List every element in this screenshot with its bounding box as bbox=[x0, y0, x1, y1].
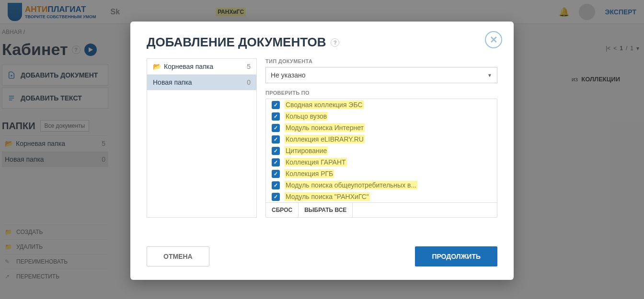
folder-label: Корневая папка bbox=[164, 63, 213, 70]
check-label: Модуль поиска "РАНХиГС" bbox=[285, 192, 370, 201]
check-label: Коллекция ГАРАНТ bbox=[285, 158, 347, 166]
modal-title: ДОБАВЛЕНИЕ ДОКУМЕНТОВ bbox=[147, 35, 326, 50]
cancel-button[interactable]: ОТМЕНА bbox=[147, 246, 209, 266]
checkbox-checked-icon[interactable]: ✓ bbox=[272, 181, 280, 189]
doctype-label: ТИП ДОКУМЕНТА bbox=[265, 58, 497, 64]
check-item[interactable]: ✓Коллекция eLIBRARY.RU bbox=[266, 133, 497, 145]
check-item[interactable]: ✓Цитирование bbox=[266, 145, 497, 156]
checkbox-checked-icon[interactable]: ✓ bbox=[272, 135, 280, 144]
doctype-value: Не указано bbox=[271, 71, 306, 79]
checklist: ✓Сводная коллекция ЭБС✓Кольцо вузов✓Моду… bbox=[265, 99, 497, 218]
reset-button[interactable]: СБРОС bbox=[266, 203, 299, 217]
check-label: Кольцо вузов bbox=[285, 112, 328, 121]
checkbox-checked-icon[interactable]: ✓ bbox=[272, 101, 280, 109]
checkby-label: ПРОВЕРИТЬ ПО bbox=[265, 90, 497, 96]
folder-icon: 📂 bbox=[153, 63, 161, 70]
folder-label: Новая папка bbox=[153, 78, 192, 86]
modal-folder-row[interactable]: Новая папка0 bbox=[147, 75, 256, 90]
check-item[interactable]: ✓Коллекция РГБ bbox=[266, 168, 497, 179]
checkbox-checked-icon[interactable]: ✓ bbox=[272, 158, 280, 166]
check-label: Модуль поиска Интернет bbox=[285, 123, 365, 132]
check-item[interactable]: ✓Модуль поиска общеупотребительных в... bbox=[266, 179, 497, 191]
modal-folder-list: 📂Корневая папка5Новая папка0 bbox=[147, 58, 257, 218]
checkbox-checked-icon[interactable]: ✓ bbox=[272, 112, 280, 121]
add-documents-modal: ✕ ДОБАВЛЕНИЕ ДОКУМЕНТОВ? 📂Корневая папка… bbox=[130, 22, 514, 280]
check-label: Коллекция РГБ bbox=[285, 169, 334, 178]
checkbox-checked-icon[interactable]: ✓ bbox=[272, 170, 280, 178]
close-icon[interactable]: ✕ bbox=[485, 31, 502, 48]
check-label: Сводная коллекция ЭБС bbox=[285, 100, 364, 109]
check-item[interactable]: ✓Коллекция ГАРАНТ bbox=[266, 156, 497, 168]
check-label: Модуль поиска общеупотребительных в... bbox=[285, 181, 417, 189]
check-item[interactable]: ✓Сводная коллекция ЭБС bbox=[266, 99, 497, 111]
continue-button[interactable]: ПРОДОЛЖИТЬ bbox=[415, 246, 497, 266]
check-item[interactable]: ✓Кольцо вузов bbox=[266, 111, 497, 122]
check-item[interactable]: ✓Модуль поиска Интернет bbox=[266, 122, 497, 133]
folder-count: 0 bbox=[247, 78, 251, 86]
modal-folder-row[interactable]: 📂Корневая папка5 bbox=[147, 59, 256, 75]
checkbox-checked-icon[interactable]: ✓ bbox=[272, 147, 280, 155]
select-all-button[interactable]: ВЫБРАТЬ ВСЕ bbox=[299, 203, 353, 217]
chevron-down-icon: ▼ bbox=[487, 73, 492, 78]
checkbox-checked-icon[interactable]: ✓ bbox=[272, 124, 280, 132]
check-label: Коллекция eLIBRARY.RU bbox=[285, 135, 365, 144]
folder-count: 5 bbox=[247, 63, 251, 70]
check-label: Цитирование bbox=[285, 146, 328, 155]
check-item[interactable]: ✓Модуль поиска "РАНХиГС" bbox=[266, 191, 497, 202]
help-icon[interactable]: ? bbox=[331, 38, 339, 47]
modal-overlay: ✕ ДОБАВЛЕНИЕ ДОКУМЕНТОВ? 📂Корневая папка… bbox=[0, 0, 644, 299]
checkbox-checked-icon[interactable]: ✓ bbox=[272, 193, 280, 201]
doctype-select[interactable]: Не указано ▼ bbox=[265, 67, 497, 83]
